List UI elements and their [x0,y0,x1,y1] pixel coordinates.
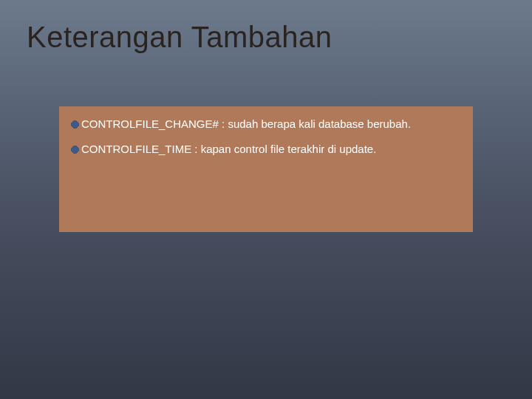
list-item: CONTROLFILE_CHANGE# : sudah berapa kali … [71,117,461,132]
slide-title: Keterangan Tambahan [27,21,332,54]
svg-rect-1 [71,146,79,154]
bullet-text: CONTROLFILE_TIME : kapan control file te… [81,143,376,155]
list-item: CONTROLFILE_TIME : kapan control file te… [71,142,461,157]
bullet-icon [71,146,79,154]
content-box: CONTROLFILE_CHANGE# : sudah berapa kali … [59,106,473,232]
bullet-text: CONTROLFILE_CHANGE# : sudah berapa kali … [81,117,411,130]
bullet-icon [71,120,79,129]
svg-rect-0 [71,120,79,129]
